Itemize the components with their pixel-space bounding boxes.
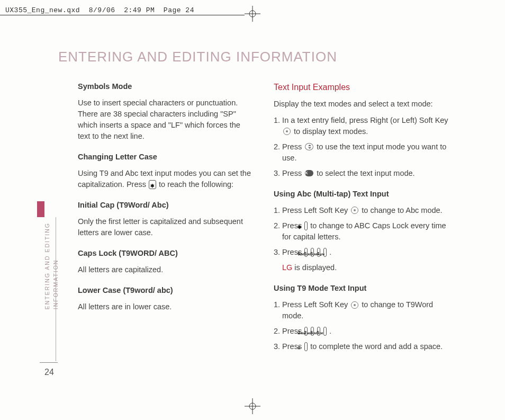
side-section-label: ENTERING AND EDITING INFORMATION [43,222,60,309]
heading-changing-case: Changing Letter Case [78,151,254,163]
heading-symbols-mode: Symbols Mode [78,81,254,92]
column-left: Symbols Mode Use to insert special chara… [78,81,254,356]
step-2: 2. Press to use the text input mode you … [274,141,449,164]
heading-lower-case: Lower Case (T9word/ abc) [78,285,254,296]
page-number: 24 [44,368,54,377]
para-symbols: Use to insert special characters or punc… [78,97,254,142]
nav-key-icon [305,143,313,150]
abc-step-1: 1. Press Left Soft Key to change to Abc … [274,205,449,216]
heading-t9-input: Using T9 Mode Text Input [274,283,449,294]
key-4-icon: 4ghi [323,248,327,257]
para-caps-lock: All letters are capitalized. [78,264,254,275]
step-3: 3. Press OK to select the text input mod… [274,168,449,179]
registration-mark-top-icon [245,6,260,22]
t9-step-3: 3. Press # to complete the word and add … [274,341,449,352]
header-text: UX355_Eng_new.qxd 8/9/06 2:49 PM Page 24 [0,6,194,14]
para-initial-cap: Only the first letter is capitalized and… [78,216,254,238]
page-body: ENTERING AND EDITING INFORMATION Symbols… [40,32,466,403]
heading-abc-input: Using Abc (Multi-tap) Text Input [274,189,449,200]
step-1: 1. In a text entry field, press Right (o… [274,115,449,137]
abc-step-3: 3. Press 5jkl 5jkl 5jkl 4ghi . [274,247,449,258]
side-tab-marker [37,201,44,217]
softkey-icon [283,128,291,135]
header-rule [0,15,245,15]
content-columns: Symbols Mode Use to insert special chara… [78,81,466,356]
heading-text-input-examples: Text Input Examples [274,81,449,93]
softkey-icon [351,301,358,309]
para-changing-case: Using T9 and Abc text input modes you ca… [78,168,254,190]
star-key-icon: ✱ [304,221,308,231]
heading-initial-cap: Initial Cap (T9Word/ Abc) [78,200,254,211]
abc-lg-displayed: LG is displayed. [282,262,449,273]
star-key-icon: ✱ [149,180,156,190]
t9-step-1: 1. Press Left Soft Key to change to T9Wo… [274,299,449,321]
softkey-icon [351,207,358,214]
hash-key-icon: # [304,342,308,352]
page-number-rule [40,362,58,363]
ok-key-icon: OK [305,170,313,176]
para-lower-case: All letters are in lower case. [78,301,254,312]
heading-caps-lock: Caps Lock (T9WORD/ ABC) [78,248,254,259]
t9-step-2: 2. Press 2abc 2abc 5jkl 5jkl . [274,326,449,337]
chapter-title: ENTERING AND EDITING INFORMATION [58,49,466,65]
para-display-modes: Display the text modes and select a text… [274,99,449,110]
key-5-icon: 5jkl [323,327,327,336]
column-right: Text Input Examples Display the text mod… [274,81,449,356]
abc-step-2: 2. Press ✱ to change to ABC Caps Lock ev… [274,220,449,243]
